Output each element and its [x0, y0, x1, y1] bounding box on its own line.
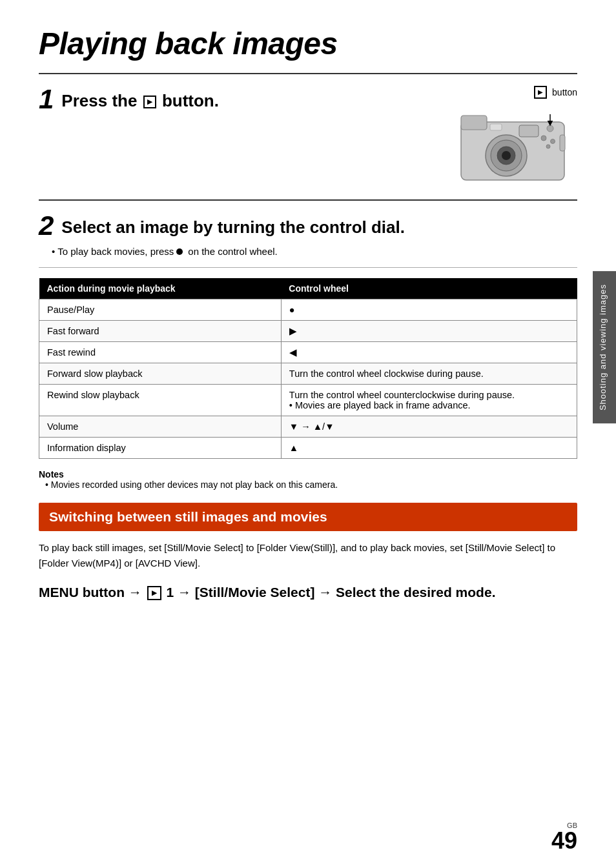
step1-number: 1 — [39, 86, 54, 113]
table-cell-control: ◀ — [281, 342, 577, 363]
page-number-area: GB 49 — [551, 822, 577, 853]
table-cell-action: Volume — [39, 416, 282, 438]
camera-button-label: button — [533, 86, 577, 99]
playback-table: Action during movie playback Control whe… — [39, 278, 577, 459]
table-cell-control: ● — [281, 299, 577, 321]
table-row: Fast forward▶ — [39, 321, 577, 342]
step2-bullet: • To play back movies, press on the cont… — [52, 246, 577, 257]
side-tab: Shooting and viewing images — [593, 271, 616, 423]
step2-header: 2 Select an image by turning the control… — [39, 212, 577, 239]
table-row: Forward slow playbackTurn the control wh… — [39, 363, 577, 385]
table-cell-action: Rewind slow playback — [39, 385, 282, 416]
camera-play-icon — [534, 86, 547, 99]
page-number: 49 — [551, 829, 577, 853]
table-row: Information display▲ — [39, 438, 577, 459]
step1-header: 1 Press the button. — [39, 86, 448, 113]
menu-instruction: MENU button → 1 → [Still/Movie Select] →… — [39, 583, 577, 601]
switching-header: Switching between still images and movie… — [39, 503, 577, 531]
table-cell-action: Fast forward — [39, 321, 282, 342]
svg-point-8 — [541, 136, 546, 141]
table-cell-control: Turn the control wheel clockwise during … — [281, 363, 577, 385]
table-col1-header: Action during movie playback — [39, 278, 282, 299]
svg-rect-13 — [560, 135, 565, 151]
step1-title: Press the button. — [61, 86, 219, 111]
step2-title: Select an image by turning the control d… — [61, 212, 405, 237]
table-cell-action: Pause/Play — [39, 299, 282, 321]
notes-title: Notes — [39, 469, 577, 479]
table-row: Rewind slow playbackTurn the control whe… — [39, 385, 577, 416]
table-cell-action: Forward slow playback — [39, 363, 282, 385]
step1-title-after: button. — [162, 91, 219, 110]
step1-title-before: Press the — [61, 91, 137, 110]
menu-instruction-before: MENU button → — [39, 585, 142, 600]
table-row: Fast rewind◀ — [39, 342, 577, 363]
side-tab-text: Shooting and viewing images — [598, 284, 608, 410]
svg-point-7 — [547, 125, 553, 132]
step2-section: 2 Select an image by turning the control… — [39, 212, 577, 257]
title-divider — [39, 73, 577, 74]
svg-point-9 — [551, 139, 555, 144]
circle-icon — [176, 248, 183, 255]
svg-rect-6 — [519, 125, 539, 137]
svg-point-5 — [502, 151, 511, 160]
svg-rect-11 — [490, 124, 502, 130]
notes-item-text: Movies recorded using other devices may … — [51, 479, 338, 490]
step2-divider — [39, 267, 577, 268]
play-button-icon — [143, 96, 156, 108]
step1-section: 1 Press the button. button — [39, 86, 577, 193]
step2-number: 2 — [39, 212, 54, 239]
svg-rect-1 — [461, 116, 487, 130]
table-row: Pause/Play● — [39, 299, 577, 321]
svg-point-10 — [546, 145, 550, 148]
table-row: Volume▼ → ▲/▼ — [39, 416, 577, 438]
menu-play-icon — [147, 586, 161, 600]
table-cell-control: Turn the control wheel counterclockwise … — [281, 385, 577, 416]
step1-camera-area: button — [448, 86, 577, 193]
table-col2-header: Control wheel — [281, 278, 577, 299]
notes-item: • Movies recorded using other devices ma… — [45, 479, 577, 490]
switching-body: To play back still images, set [Still/Mo… — [39, 540, 577, 571]
step2-bullet-suffix: on the control wheel. — [188, 246, 277, 257]
table-cell-action: Fast rewind — [39, 342, 282, 363]
table-cell-control: ▼ → ▲/▼ — [281, 416, 577, 438]
step2-bullet-text: To play back movies, press — [57, 246, 174, 257]
table-cell-control: ▶ — [281, 321, 577, 342]
notes-section: Notes • Movies recorded using other devi… — [39, 469, 577, 490]
camera-illustration — [448, 103, 577, 193]
menu-instruction-after: 1 → [Still/Movie Select] → Select the de… — [166, 585, 495, 600]
table-cell-action: Information display — [39, 438, 282, 459]
table-cell-control: ▲ — [281, 438, 577, 459]
step1-divider — [39, 199, 577, 201]
page-title: Playing back images — [39, 26, 577, 61]
